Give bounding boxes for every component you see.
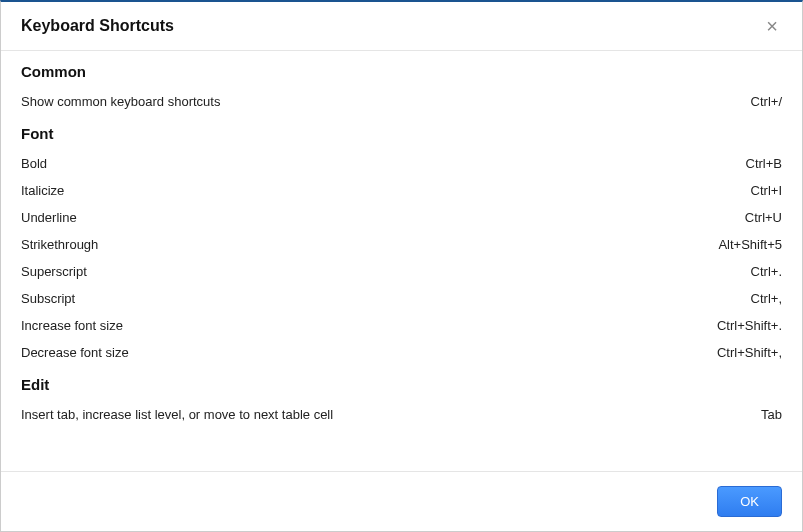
shortcut-key: Ctrl+/ xyxy=(751,94,782,109)
close-icon: × xyxy=(766,15,778,37)
shortcut-label: Strikethrough xyxy=(21,237,718,252)
shortcut-row: Increase font sizeCtrl+Shift+. xyxy=(21,312,782,339)
shortcut-label: Underline xyxy=(21,210,745,225)
ok-button[interactable]: OK xyxy=(717,486,782,517)
shortcut-row: SubscriptCtrl+, xyxy=(21,285,782,312)
dialog-title: Keyboard Shortcuts xyxy=(21,17,174,35)
shortcut-row: StrikethroughAlt+Shift+5 xyxy=(21,231,782,258)
keyboard-shortcuts-dialog: Keyboard Shortcuts × CommonShow common k… xyxy=(0,0,803,532)
shortcut-label: Increase font size xyxy=(21,318,717,333)
shortcut-key: Tab xyxy=(761,407,782,422)
shortcut-label: Bold xyxy=(21,156,746,171)
shortcut-key: Ctrl+Shift+, xyxy=(717,345,782,360)
shortcut-row: Show common keyboard shortcutsCtrl+/ xyxy=(21,88,782,115)
shortcut-key: Ctrl+B xyxy=(746,156,782,171)
close-button[interactable]: × xyxy=(762,16,782,36)
shortcut-key: Ctrl+I xyxy=(751,183,782,198)
section-heading: Edit xyxy=(21,376,782,393)
shortcut-label: Superscript xyxy=(21,264,751,279)
shortcut-label: Insert tab, increase list level, or move… xyxy=(21,407,761,422)
shortcut-key: Ctrl+Shift+. xyxy=(717,318,782,333)
shortcut-key: Ctrl+U xyxy=(745,210,782,225)
shortcut-key: Alt+Shift+5 xyxy=(718,237,782,252)
section-heading: Common xyxy=(21,63,782,80)
shortcut-row: ItalicizeCtrl+I xyxy=(21,177,782,204)
dialog-header: Keyboard Shortcuts × xyxy=(1,2,802,51)
shortcut-row: BoldCtrl+B xyxy=(21,150,782,177)
shortcut-key: Ctrl+. xyxy=(751,264,782,279)
shortcut-key: Ctrl+, xyxy=(751,291,782,306)
shortcut-row: Decrease font sizeCtrl+Shift+, xyxy=(21,339,782,366)
shortcut-label: Subscript xyxy=(21,291,751,306)
shortcut-row: SuperscriptCtrl+. xyxy=(21,258,782,285)
shortcut-label: Show common keyboard shortcuts xyxy=(21,94,751,109)
shortcut-label: Italicize xyxy=(21,183,751,198)
shortcut-row: Insert tab, increase list level, or move… xyxy=(21,401,782,428)
section-heading: Font xyxy=(21,125,782,142)
shortcut-row: UnderlineCtrl+U xyxy=(21,204,782,231)
shortcut-label: Decrease font size xyxy=(21,345,717,360)
dialog-footer: OK xyxy=(1,471,802,531)
dialog-body[interactable]: CommonShow common keyboard shortcutsCtrl… xyxy=(1,51,802,471)
